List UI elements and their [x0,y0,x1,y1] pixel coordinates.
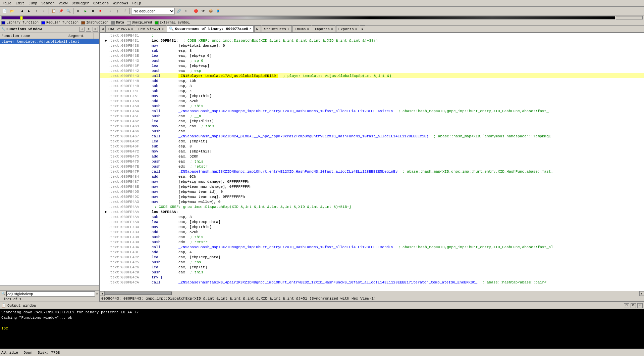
code-line[interactable]: .text:080FE467 call _ZN5abase8hash_mapI3… [100,134,644,139]
code-line-call-highlighted[interactable]: .text:000FE443 call _ZN15player_template… [100,73,644,78]
output-restore-btn[interactable]: ⧉ [631,303,636,308]
code-line[interactable]: .text:080FE438 mov [ebp+total_damage], 0 [100,43,644,48]
call-target[interactable]: _ZN15player_template17AdjustGlobalExpSpE… [178,74,278,78]
tb-paste[interactable]: 📌 [58,8,64,14]
code-line[interactable]: .text:080FE47E push edx ; retstr [100,164,644,169]
code-line[interactable]: .text:080FE4CA call _ZN5abase7hashtabINS… [100,280,644,285]
code-line[interactable]: .text:080FE487 mov [ebp+sig_max_damage],… [100,179,644,184]
code-line[interactable]: .text:080FE443 push eax ; sp_0 [100,58,644,63]
code-line[interactable]: .text:080FE46F sub esp, 8 [100,144,644,149]
tab-close-ida-view-a[interactable]: ✕ [131,27,133,31]
tb-back[interactable]: ◀ [18,8,25,14]
tb-modules[interactable]: 📦 [207,8,214,14]
h-scroll-left[interactable]: ◀ [100,291,105,296]
tb-stop[interactable]: ■ [97,8,104,14]
menu-edit[interactable]: Edit [13,1,26,6]
functions-close-btn[interactable]: ✕ [93,27,98,32]
code-line[interactable]: .text:080FE459 push eax ; this [100,103,644,108]
tb-run[interactable]: ▶ [82,8,89,14]
code-line[interactable]: .text:080FE4B8 push eax ; this [100,234,644,239]
tab-close-enums[interactable]: ✕ [307,27,309,31]
tab-a[interactable]: A [254,26,261,32]
code-line[interactable]: .text:080FE46C lea edx, [ebp+it] [100,139,644,144]
tb-detach[interactable]: ✂ [183,8,190,14]
menu-help[interactable]: Help [130,1,143,6]
tab-hex-view-1[interactable]: Hex View-1 ✕ [136,26,166,32]
h-scroll-track[interactable] [105,291,639,296]
code-line[interactable]: .text:080FE49C mov [ebp+max_team_seq], 0… [100,194,644,199]
code-line[interactable]: .text:080FE48E mov [ebp+team_max_damage]… [100,184,644,189]
code-line[interactable]: .text:080FE4C9 push eax ; this [100,270,644,275]
code-line[interactable]: .text:080FE4B9 push edx ; retstr [100,239,644,244]
menu-debugger[interactable]: Debugger [69,1,91,6]
code-line[interactable]: .text:080FE466 push eax [100,129,644,134]
close-search-icon[interactable]: ✕ [96,292,98,296]
tb-disasm[interactable]: ⚙ [75,8,82,14]
debugger-dropdown[interactable]: No debugger [131,8,175,14]
tb-copy[interactable]: 📋 [50,8,57,14]
tab-imports[interactable]: Imports ✕ [312,26,335,32]
code-line[interactable]: ▶ .text:080FE431 loc_80FE431: ; CODE XRE… [100,38,644,43]
code-line[interactable]: .text:080FE475 add eax, 520h [100,154,644,159]
code-line[interactable]: .text:080FE4B3 add eax, 520h [100,229,644,234]
tab-close-imports[interactable]: ✕ [331,27,333,31]
tb-open[interactable]: 📂 [9,8,15,14]
search-input[interactable] [6,291,95,297]
menu-search[interactable]: Search [39,1,57,6]
code-line[interactable]: .text:080FE472 mov eax, [ebp+this] [100,149,644,154]
menu-jump[interactable]: Jump [26,1,39,6]
tb-fwd[interactable]: ▶ [26,8,33,14]
code-line[interactable]: .text:080FE45A call _ZN5abase8hash_mapI3… [100,108,644,114]
tb-pause[interactable]: ⏸ [90,8,96,14]
tb-step-out[interactable]: ⤴ [121,8,128,14]
tab-close-exports[interactable]: ✕ [355,27,357,31]
tab-occurrences[interactable]: 🔍 Occurrences of binary: 000077aae8 ✕ [167,26,254,32]
code-line[interactable]: .text:080FE47F call _ZN5abase8hash_mapI3… [100,169,644,174]
output-content[interactable]: Searching down CASE-INSENSITIVELY for bi… [0,309,644,349]
h-scroll-right[interactable]: ▶ [639,291,644,296]
code-line[interactable]: ▶ .text:080FE4AA loc_80FE4AA: [100,209,644,214]
code-line[interactable]: .text:080FE4AA sub esp, 8 [100,214,644,219]
code-line[interactable]: .text:080FE495 mov [ebp+max_team_id], 0 [100,189,644,194]
output-maximize-btn[interactable]: □ [624,303,629,308]
output-line-4[interactable]: IDC [1,326,643,331]
tab-exports[interactable]: Exports ✕ [336,26,360,32]
code-line[interactable]: .text:080FE44B sub esp, 8 [100,83,644,88]
tab-close-hex-view-1[interactable]: ✕ [162,27,163,31]
code-line[interactable]: .text:080FE47D push eax ; this [100,159,644,164]
code-line[interactable]: .text:080FE462 lea eax, [ebp+dlist] [100,119,644,124]
menu-options[interactable]: Options [91,1,111,6]
tab-enums[interactable]: Enums ✕ [292,26,311,32]
code-line[interactable]: .text:080FE4BF add esp, 4 [100,250,644,255]
func-row-adjustglobalexpsp[interactable]: player_template::AdjustGlobalExpSp(int &… [0,39,99,44]
functions-float-btn[interactable]: □ [79,27,85,32]
code-line[interactable]: .text:080FE43E lea eax, [ebp+sp_0] [100,53,644,58]
code-content[interactable]: .text:080FE431 ; ▶ .text:080FE431 loc_80… [100,33,644,291]
tab-close-occurrences[interactable]: ✕ [250,27,251,31]
code-line[interactable]: .text:080FE463 mov eax, eax ; this [100,124,644,129]
code-line[interactable]: .text:080FE4C6 lea eax, [ebp+it] [100,265,644,270]
menu-file[interactable]: File [1,1,13,6]
menu-windows[interactable]: Windows [111,1,130,6]
code-line[interactable]: .text:080FE484 add esp, 0Ch [100,174,644,179]
tab-close-structures[interactable]: ✕ [287,27,289,31]
tb-attach[interactable]: 🔗 [175,8,182,14]
tb-step-into[interactable]: ⬇ [107,8,113,14]
menu-view[interactable]: View [57,1,69,6]
tab-nav-right[interactable]: ▶ [360,26,365,32]
tb-watch[interactable]: 👁 [200,8,207,14]
tab-nav-left[interactable]: ◀ [100,26,105,32]
tab-structures[interactable]: Structures ✕ [262,26,291,32]
functions-list[interactable]: player_template::AdjustGlobalExpSp(int &… [0,39,99,285]
progress-track[interactable] [1,16,615,19]
tb-step-over[interactable]: ⤵ [114,8,121,14]
functions-settings-btn[interactable]: ≡ [86,27,91,32]
output-close-btn[interactable]: ✕ [637,303,643,308]
code-line[interactable]: .text:080FE43B sub esp, 8 [100,48,644,53]
tb-bp[interactable]: 🔴 [193,8,199,14]
code-line[interactable]: .text:080FE4A3 mov [ebp+max_wallow], 0 [100,199,644,204]
code-line[interactable]: .text:080FE4CA try { [100,275,644,280]
code-line[interactable]: .text:080FE4C2 lea eax, [ebp+exp_data] [100,255,644,260]
code-h-scrollbar[interactable]: ◀ ▶ [100,291,644,296]
tb-threads[interactable]: 🧵 [215,8,221,14]
